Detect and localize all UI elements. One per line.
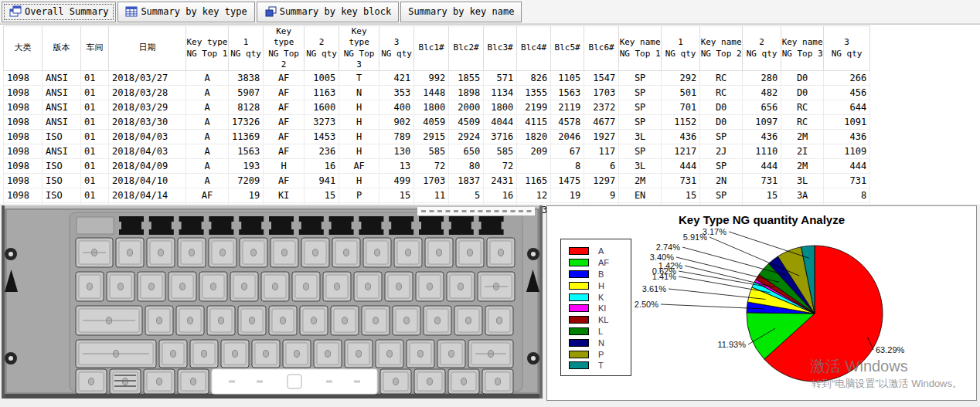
table-cell: ISO <box>43 130 81 144</box>
table-cell: D0 <box>700 100 743 115</box>
table-cell: T <box>339 71 379 86</box>
table-cell: 12 <box>517 188 551 203</box>
table-cell: 1163 <box>305 86 339 100</box>
table-cell: 01 <box>81 130 109 144</box>
pie-percent-label: 3.40% <box>650 253 674 262</box>
pie-label-leader-line <box>682 247 784 275</box>
table-cell: 4115 <box>517 115 551 130</box>
connector-bar <box>329 216 354 235</box>
tab-summary-by-key-type[interactable]: Summary by key type <box>117 2 254 22</box>
table-cell: SP <box>619 100 662 115</box>
column-header: Blc5# <box>551 26 584 71</box>
pie-percent-label: 1.42% <box>658 261 682 270</box>
table-cell: 15 <box>305 188 339 203</box>
table-cell: 4044 <box>484 115 517 130</box>
table-cell: A <box>186 174 229 188</box>
connector-bar <box>269 216 294 235</box>
legend-label: N <box>598 338 604 348</box>
table-cell: 13 <box>379 159 414 174</box>
legend-label: T <box>598 361 604 370</box>
tab-bar: Overall Summary Summary by key type Summ… <box>0 0 980 24</box>
table-cell: 2372 <box>584 100 619 115</box>
connector-bar <box>209 216 233 235</box>
legend-swatch <box>569 361 589 369</box>
table-row: 1098ANSI012018/03/27A3838AF1005T42199218… <box>4 71 870 86</box>
legend-item-KI: KI <box>561 303 631 314</box>
table-cell: SP <box>619 86 662 100</box>
table-cell: AF <box>264 86 305 100</box>
table-cell: A <box>186 159 229 174</box>
table-cell: 941 <box>305 174 339 188</box>
summary-table: 大类版本车间日期Key type NG Top 11 NG qtyKey typ… <box>3 25 870 218</box>
table-cell: 01 <box>81 115 109 130</box>
tab-summary-by-key-name[interactable]: Summary by key name <box>400 2 522 22</box>
legend-swatch <box>569 351 589 358</box>
table-cell: 353 <box>379 86 414 100</box>
table-cell: D0 <box>781 86 824 100</box>
tab-label: Summary by key type <box>141 6 247 17</box>
column-header: 1 NG qty <box>229 26 264 71</box>
tab-label: Summary by key block <box>280 6 392 17</box>
table-cell: AF <box>264 174 305 188</box>
column-header: 3 NG qty <box>379 26 414 71</box>
table-cell: 1547 <box>584 71 619 86</box>
column-header: Blc4# <box>517 26 551 71</box>
table-cell: SP <box>700 130 743 144</box>
table-cell: 400 <box>379 100 414 115</box>
tab-summary-by-key-block[interactable]: Summary by key block <box>257 2 400 22</box>
table-cell: 117 <box>584 144 619 159</box>
table-cell: AF <box>339 159 379 174</box>
table-cell: 16 <box>305 159 339 174</box>
pie-label-leader-line <box>729 232 809 258</box>
table-cell: 1563 <box>551 86 584 100</box>
table-cell: D0 <box>781 71 824 86</box>
table-cell: 3716 <box>484 130 517 144</box>
table-cell: 236 <box>305 144 339 159</box>
table-cell: H <box>339 130 379 144</box>
table-cell: 902 <box>379 115 414 130</box>
legend-swatch <box>569 304 589 312</box>
table-cell: 72 <box>414 159 449 174</box>
table-cell: 731 <box>662 174 700 188</box>
column-header: Key type NG Top 2 <box>264 26 305 71</box>
table-cell: 4509 <box>449 115 484 130</box>
table-cell: 789 <box>379 130 414 144</box>
table-cell: 2I <box>781 144 824 159</box>
legend-swatch <box>569 293 589 301</box>
table-row: 1098ANSI012018/03/30A17326AF3273H9024059… <box>4 115 870 130</box>
table-cell: A <box>186 115 229 130</box>
table-cell: 6 <box>584 159 619 174</box>
tab-label: Summary by key name <box>408 6 514 17</box>
table-cell: 1600 <box>305 100 339 115</box>
column-header: 2 NG qty <box>743 26 781 71</box>
table-cell: 444 <box>743 159 781 174</box>
column-header: 1 NG qty <box>662 26 700 71</box>
tab-overall-summary[interactable]: Overall Summary <box>2 2 116 22</box>
table-cell: 130 <box>379 144 414 159</box>
connector-bar <box>419 216 444 235</box>
connector-bar <box>389 216 413 235</box>
table-row: 1098ANSI012018/03/28A5907AF1163N35314481… <box>4 86 870 100</box>
table-cell: KI <box>264 188 305 203</box>
table-cell: AF <box>264 100 305 115</box>
table-cell: 4578 <box>551 115 584 130</box>
table-cell: 3838 <box>229 71 264 86</box>
table-row: 1098ANSI012018/04/03A1563AF236H130585650… <box>4 144 870 159</box>
connector-bar <box>149 216 174 235</box>
column-header: Blc2# <box>449 26 484 71</box>
table-cell: 2M <box>619 174 662 188</box>
table-cell: 1165 <box>517 174 551 188</box>
table-cell: A <box>186 144 229 159</box>
pie-percent-label: 3.61% <box>642 284 666 293</box>
table-cell: 2018/04/03 <box>109 144 186 159</box>
table-cell: 2915 <box>414 130 449 144</box>
column-header: 大类 <box>4 26 43 71</box>
table-cell: 444 <box>662 159 700 174</box>
table-cell: 2119 <box>551 100 584 115</box>
table-cell: 436 <box>662 130 700 144</box>
table-cell: 4677 <box>584 115 619 130</box>
table-cell: 1134 <box>484 86 517 100</box>
column-header: Blc6# <box>584 26 619 71</box>
table-cell: 7209 <box>229 174 264 188</box>
legend-item-N: N <box>561 337 631 348</box>
